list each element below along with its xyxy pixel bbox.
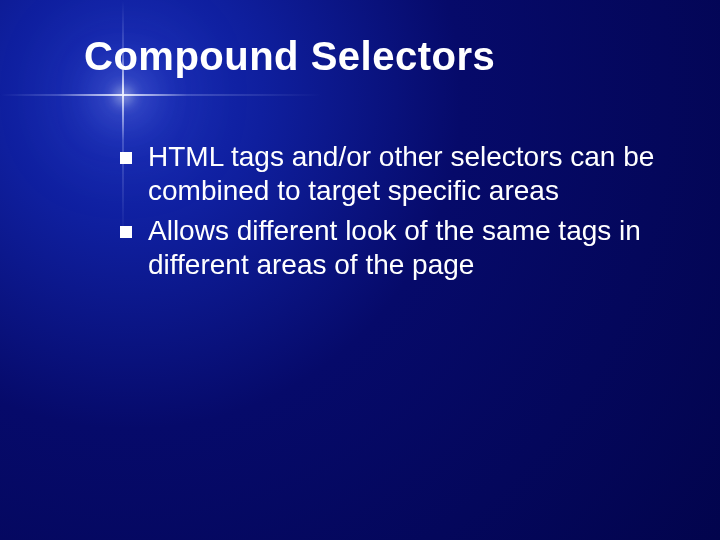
square-bullet-icon bbox=[120, 152, 132, 164]
bullet-item: HTML tags and/or other selectors can be … bbox=[120, 140, 660, 208]
slide: Compound Selectors HTML tags and/or othe… bbox=[0, 0, 720, 540]
lens-flare-horizontal bbox=[0, 94, 720, 96]
bullet-text: HTML tags and/or other selectors can be … bbox=[148, 140, 660, 208]
lens-flare-center bbox=[123, 95, 124, 96]
bullet-item: Allows different look of the same tags i… bbox=[120, 214, 660, 282]
bullet-text: Allows different look of the same tags i… bbox=[148, 214, 660, 282]
slide-title: Compound Selectors bbox=[84, 34, 495, 79]
slide-body: HTML tags and/or other selectors can be … bbox=[120, 140, 660, 289]
square-bullet-icon bbox=[120, 226, 132, 238]
